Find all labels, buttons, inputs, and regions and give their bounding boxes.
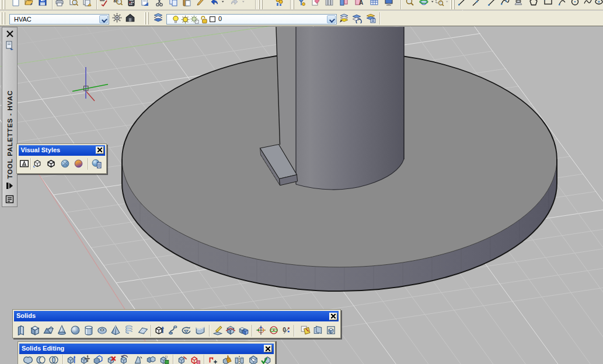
svg-text:0: 0 (283, 327, 286, 333)
svg-text:A: A (359, 0, 363, 6)
svg-text:ab: ab (100, 0, 104, 2)
